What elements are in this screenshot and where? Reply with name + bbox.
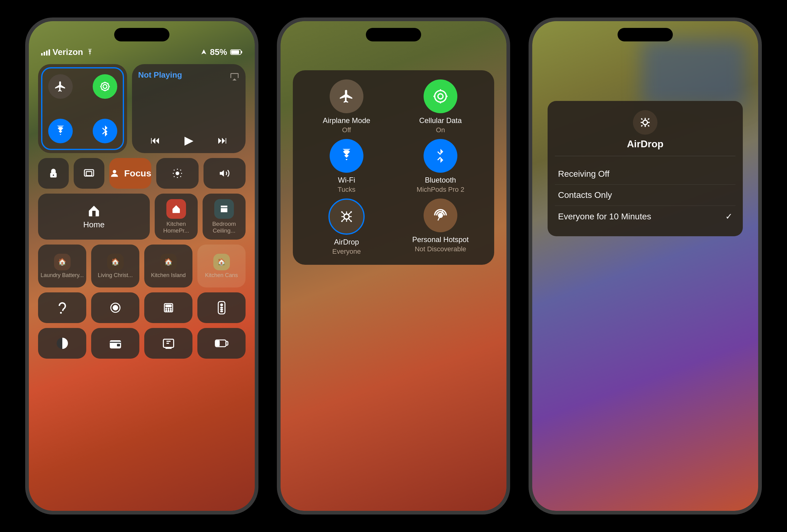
menu-airdrop-icon	[633, 110, 658, 135]
panel-cellular[interactable]: Cellular Data On	[396, 80, 485, 134]
kitchen-cans-icon: 🏠	[213, 254, 230, 270]
panel-bluetooth[interactable]: Bluetooth MichPods Pro 2	[396, 139, 485, 194]
calculator-tile[interactable]	[144, 292, 192, 323]
cc-row6	[38, 328, 246, 359]
contrast-tile[interactable]	[38, 328, 86, 359]
conn-grid	[38, 64, 127, 153]
screen-mirror-tile[interactable]	[74, 158, 104, 189]
status-left: Verizon	[41, 47, 94, 57]
bedroom-label: Bedroom Ceiling...	[205, 221, 243, 234]
panel-grid: Airplane Mode Off Cellular Data On	[302, 80, 485, 256]
svg-line-39	[438, 152, 441, 154]
airplane-icon-tile[interactable]	[38, 64, 83, 109]
kitchen-island-scene[interactable]: 🏠 Kitchen Island	[144, 245, 192, 287]
volume-icon	[219, 168, 230, 179]
svg-point-16	[113, 306, 118, 310]
carrier-name: Verizon	[52, 47, 83, 57]
svg-rect-35	[226, 341, 228, 346]
phone-3: AirDrop Receiving Off Contacts Only Ever…	[529, 18, 762, 514]
airplane-circle	[48, 74, 73, 99]
airplane-panel-sublabel: Off	[342, 126, 351, 134]
airdrop-panel-svg	[339, 209, 354, 224]
panel-cellular-icon	[424, 80, 458, 113]
laundry-icon: 🏠	[54, 254, 70, 270]
living-label: Living Christ...	[98, 272, 133, 279]
phone3-screen: AirDrop Receiving Off Contacts Only Ever…	[532, 21, 758, 511]
laundry-scene[interactable]: 🏠 Laundry Battery...	[38, 245, 86, 287]
calculator-icon	[163, 302, 174, 313]
check-mark: ✓	[725, 212, 732, 222]
media-prev[interactable]: ⏮	[150, 135, 160, 146]
panel-airplane[interactable]: Airplane Mode Off	[302, 80, 391, 134]
kitchen-svg	[171, 204, 181, 214]
cc-row1: Not Playing ⏮ ▶ ⏭	[38, 64, 246, 153]
menu-item-contacts-only[interactable]: Contacts Only	[555, 185, 736, 206]
hearing-tile[interactable]	[38, 292, 86, 323]
cc-row2: Focus	[38, 158, 246, 189]
kitchen-cans-scene[interactable]: 🏠 Kitchen Cans	[197, 245, 246, 287]
cellular-icon-tile[interactable]	[83, 64, 127, 109]
svg-point-19	[166, 308, 167, 309]
dynamic-island-1	[114, 28, 169, 41]
control-center-grid: Not Playing ⏮ ▶ ⏭	[38, 64, 246, 359]
record-icon	[110, 302, 121, 313]
home-tile[interactable]: Home	[38, 194, 150, 240]
rotation-lock-icon	[48, 168, 59, 179]
home-label: Home	[83, 220, 104, 229]
menu-item-everyone-10min[interactable]: Everyone for 10 Minutes ✓	[555, 206, 736, 227]
receiving-off-label: Receiving Off	[558, 169, 610, 179]
everyone-10min-label: Everyone for 10 Minutes	[558, 212, 651, 222]
screen-time-tile[interactable]	[144, 328, 192, 359]
battery-icon	[230, 49, 242, 56]
cellular-panel-svg	[433, 89, 448, 104]
menu-item-receiving-off[interactable]: Receiving Off	[555, 163, 736, 185]
svg-line-40	[438, 157, 441, 160]
bluetooth-icon-tile[interactable]	[83, 109, 127, 153]
media-next[interactable]: ⏭	[218, 135, 228, 146]
media-play[interactable]: ▶	[185, 133, 193, 147]
remote-tile[interactable]	[197, 292, 246, 323]
living-scene[interactable]: 🏠 Living Christ...	[91, 245, 140, 287]
kitchen-home-tile[interactable]: Kitchen HomePr...	[155, 194, 198, 240]
dynamic-island-2	[366, 28, 421, 41]
airdrop-panel: Airplane Mode Off Cellular Data On	[293, 70, 494, 265]
panel-hotspot-icon	[424, 199, 458, 232]
svg-marker-13	[220, 170, 224, 177]
wifi-icon-tile[interactable]	[38, 109, 83, 153]
screen-time-icon	[162, 338, 175, 349]
status-bar-1: Verizon 85%	[41, 47, 242, 57]
wifi-svg	[54, 126, 67, 136]
panel-airdrop[interactable]: AirDrop Everyone	[302, 199, 391, 256]
connectivity-tile[interactable]	[38, 64, 127, 153]
low-power-icon	[215, 339, 228, 348]
bedroom-tile[interactable]: Bedroom Ceiling...	[203, 194, 246, 240]
cellular-panel-label: Cellular Data	[419, 116, 462, 125]
cc-row5	[38, 292, 246, 323]
wallet-tile[interactable]	[91, 328, 140, 359]
rotation-lock-tile[interactable]	[38, 158, 69, 189]
svg-rect-2	[231, 50, 239, 54]
living-icon: 🏠	[107, 254, 124, 270]
svg-point-41	[344, 214, 349, 219]
record-tile[interactable]	[91, 292, 140, 323]
bluetooth-panel-label: Bluetooth	[425, 176, 456, 184]
svg-rect-10	[86, 172, 92, 176]
svg-rect-29	[220, 311, 222, 312]
brightness-tile[interactable]	[156, 158, 198, 189]
kitchen-home-icon	[166, 199, 186, 219]
panel-hotspot[interactable]: Personal Hotspot Not Discoverable	[396, 199, 485, 256]
screen-mirror-icon	[84, 168, 94, 179]
media-tile[interactable]: Not Playing ⏮ ▶ ⏭	[132, 64, 246, 153]
kitchen-cans-label: Kitchen Cans	[205, 272, 238, 279]
hotspot-panel-label: Personal Hotspot	[412, 235, 469, 244]
panel-wifi[interactable]: Wi-Fi Tucks	[302, 139, 391, 194]
low-power-tile[interactable]	[197, 328, 246, 359]
airdrop-panel-sublabel: Everyone	[333, 248, 361, 256]
svg-point-14	[60, 312, 62, 314]
cellular-svg	[99, 81, 111, 92]
airplane-panel-svg	[339, 89, 354, 104]
focus-tile[interactable]: Focus	[109, 158, 151, 189]
volume-tile[interactable]	[204, 158, 246, 189]
hearing-icon	[57, 301, 68, 314]
wifi-panel-svg	[339, 149, 354, 163]
